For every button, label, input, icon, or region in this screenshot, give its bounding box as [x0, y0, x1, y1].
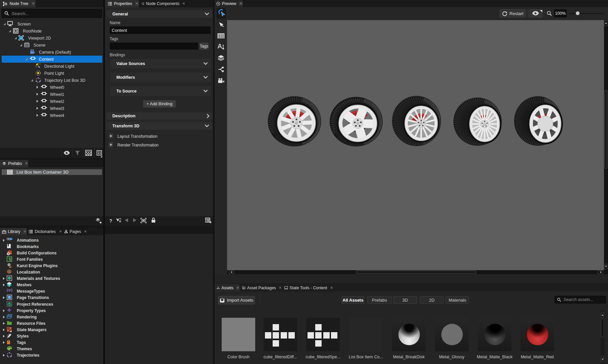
svg-text:T: T — [10, 258, 12, 261]
